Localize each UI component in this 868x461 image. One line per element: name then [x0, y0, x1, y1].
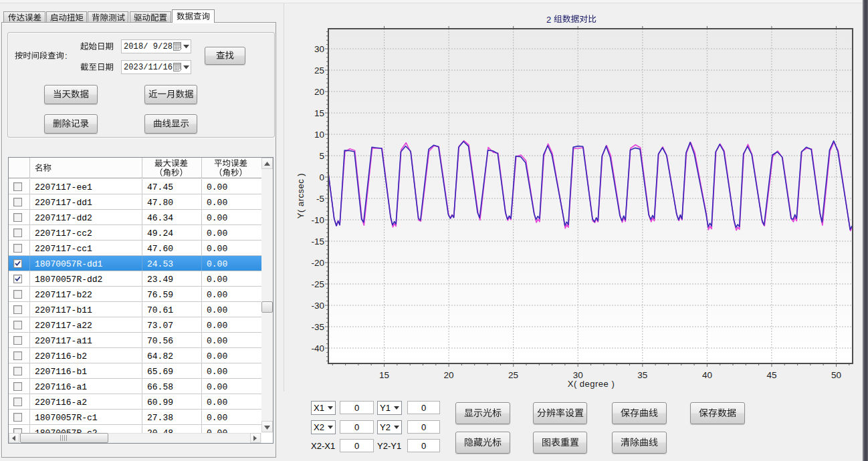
- svg-text:-10: -10: [311, 215, 324, 225]
- svg-text:45: 45: [766, 370, 776, 380]
- svg-text:15: 15: [314, 108, 324, 118]
- svg-text:25: 25: [314, 65, 324, 75]
- svg-text:50: 50: [831, 370, 841, 380]
- svg-text:5: 5: [319, 151, 324, 161]
- svg-text:-25: -25: [311, 279, 324, 289]
- svg-text:-20: -20: [311, 258, 324, 268]
- svg-text:10: 10: [314, 130, 324, 140]
- svg-text:40: 40: [702, 370, 712, 380]
- svg-text:-40: -40: [311, 343, 324, 353]
- svg-text:Y( arcsec ): Y( arcsec ): [296, 173, 306, 218]
- svg-text:-35: -35: [311, 322, 324, 332]
- svg-text:30: 30: [314, 44, 324, 54]
- svg-text:0: 0: [319, 172, 324, 182]
- svg-text:-5: -5: [316, 194, 324, 204]
- svg-text:35: 35: [637, 370, 647, 380]
- svg-text:-30: -30: [311, 301, 324, 311]
- svg-text:-15: -15: [311, 237, 324, 247]
- svg-text:15: 15: [379, 370, 389, 380]
- svg-text:X( degree ): X( degree ): [568, 379, 615, 389]
- svg-text:20: 20: [314, 87, 324, 97]
- svg-text:25: 25: [508, 370, 518, 380]
- svg-text:20: 20: [444, 370, 454, 380]
